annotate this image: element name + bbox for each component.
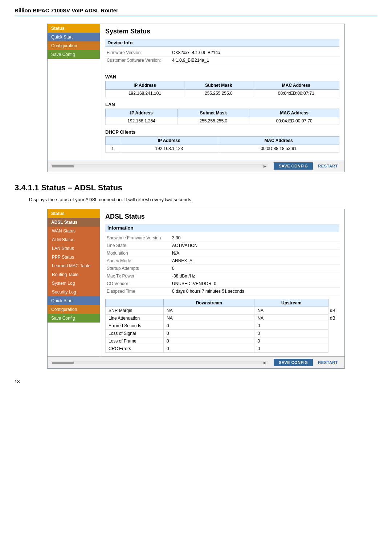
sidebar-item-configuration[interactable]: Configuration — [48, 41, 100, 50]
line-atten-label: Line Attenuation — [106, 315, 164, 322]
sidebar2-item-learned-mac[interactable]: Learned MAC Table — [48, 262, 100, 270]
wan-ip: 192.168.241.101 — [106, 90, 184, 97]
sidebar2-item-configuration[interactable]: Configuration — [48, 305, 100, 314]
customer-software-label: Customer Software Version: — [107, 58, 172, 63]
errored-sec-label: Errored Seconds — [106, 322, 164, 330]
firmware-value: CX82xxx_4.1.0.9_B214a — [172, 50, 220, 55]
line-atten-upstream: NA — [254, 315, 328, 322]
adsl-status-content: ADSL Status Information Showtime Firmwar… — [100, 209, 344, 356]
co-vendor-value: UNUSED_VENDOR_0 — [172, 281, 216, 286]
lan-col-mac: MAC Address — [249, 109, 339, 117]
sidebar-item-quickstart[interactable]: Quick Start — [48, 33, 100, 41]
snr-margin-unit: dB — [328, 307, 339, 315]
scroll-thumb-1 — [52, 165, 74, 167]
snr-margin-upstream: NA — [254, 307, 328, 315]
crc-upstream: 0 — [254, 345, 328, 353]
annex-mode-row: Annex Mode ANNEX_A — [105, 257, 339, 265]
los-upstream: 0 — [254, 330, 328, 337]
section-341-desc: Displays the status of your ADSL connect… — [29, 197, 377, 202]
sidebar-2: Status ADSL Status WAN Status ATM Status… — [48, 209, 100, 356]
snr-margin-row: SNR Margin NA NA dB — [106, 307, 339, 315]
annex-mode-label: Annex Mode — [107, 258, 172, 263]
modulation-label: Modulation — [107, 251, 172, 256]
restart-button-2[interactable]: RESTART — [315, 359, 341, 366]
sidebar2-item-saveconfig[interactable]: Save Config — [48, 314, 100, 323]
dhcp-mac: 00:0D:88:18:53:91 — [218, 145, 339, 153]
line-state-value: ACTIVATION — [172, 243, 197, 248]
dhcp-col-mac: MAC Address — [218, 137, 339, 145]
lof-label: Loss of Frame — [106, 337, 164, 345]
line-state-label: Line State — [107, 243, 172, 248]
dhcp-num: 1 — [106, 145, 120, 153]
sidebar-1: Status Quick Start Configuration Save Co… — [48, 24, 100, 160]
crc-unit — [328, 345, 339, 353]
showtime-fw-label: Showtime Firmware Version — [107, 235, 172, 240]
sidebar2-item-adsl-status[interactable]: ADSL Status — [48, 218, 100, 227]
sidebar2-item-status[interactable]: Status — [48, 209, 100, 218]
dhcp-col-ip: IP Address — [120, 137, 218, 145]
lan-subnet: 255.255.255.0 — [177, 117, 249, 125]
loss-of-frame-row: Loss of Frame 0 0 — [106, 337, 339, 345]
los-label: Loss of Signal — [106, 330, 164, 337]
wan-mac: 00:04:ED:00:07:71 — [253, 90, 339, 97]
wan-row: 192.168.241.101 255.255.255.0 00:04:ED:0… — [106, 90, 339, 97]
firmware-version-row: Firmware Version: CX82xxx_4.1.0.9_B214a — [105, 49, 339, 57]
scrollbar-1[interactable]: ▶ — [51, 165, 268, 167]
page-header: Billion BIPAC 7100SV VoIP ADSL Router — [15, 7, 377, 16]
firmware-label: Firmware Version: — [107, 50, 172, 55]
showtime-fw-row: Showtime Firmware Version 3.30 — [105, 234, 339, 242]
dsus-col-label — [106, 299, 164, 307]
errored-sec-downstream: 0 — [164, 322, 254, 330]
startup-attempts-label: Startup Attempts — [107, 266, 172, 271]
sidebar2-item-ppp-status[interactable]: PPP Status — [48, 253, 100, 262]
los-unit — [328, 330, 339, 337]
sidebar2-item-atm-status[interactable]: ATM Status — [48, 235, 100, 244]
scroll-arrow-2[interactable]: ▶ — [264, 361, 268, 365]
scroll-arrow-1[interactable]: ▶ — [264, 164, 268, 168]
errored-sec-unit — [328, 322, 339, 330]
scrollbar-2[interactable]: ▶ — [51, 361, 268, 364]
customer-software-row: Customer Software Version: 4.1.0.9_BiB21… — [105, 57, 339, 64]
elapsed-time-row: Elaspsed Time 0 days 0 hours 7 minutes 5… — [105, 288, 339, 295]
sidebar2-item-quickstart[interactable]: Quick Start — [48, 296, 100, 305]
max-tx-power-label: Max Tx Power — [107, 274, 172, 279]
wan-col-ip: IP Address — [106, 81, 184, 90]
restart-button-1[interactable]: RESTART — [315, 162, 341, 170]
lof-downstream: 0 — [164, 337, 254, 345]
line-atten-downstream: NA — [164, 315, 254, 322]
panel2-bottom-bar: ▶ SAVE CONFIG RESTART — [48, 356, 344, 368]
modulation-row: Modulation N/A — [105, 250, 339, 257]
crc-downstream: 0 — [164, 345, 254, 353]
lan-col-ip: IP Address — [106, 109, 177, 117]
sidebar2-item-lan-status[interactable]: LAN Status — [48, 244, 100, 253]
information-header: Information — [105, 224, 339, 232]
save-config-button-2[interactable]: SAVE CONFIG — [274, 359, 313, 366]
ds-us-table: Downstream Upstream SNR Margin NA NA dB — [105, 299, 339, 353]
wan-col-subnet: Subnet Mask — [184, 81, 253, 90]
errored-seconds-row: Errored Seconds 0 0 — [106, 322, 339, 330]
save-config-button-1[interactable]: SAVE CONFIG — [274, 162, 313, 170]
sidebar2-item-security-log[interactable]: Security Log — [48, 288, 100, 296]
co-vendor-label: CO Vendor — [107, 281, 172, 286]
sidebar-item-saveconfig[interactable]: Save Config — [48, 50, 100, 59]
lan-label: LAN — [105, 102, 339, 107]
errored-sec-upstream: 0 — [254, 322, 328, 330]
elapsed-time-value: 0 days 0 hours 7 minutes 51 seconds — [172, 289, 244, 294]
lan-ip: 192.168.1.254 — [106, 117, 177, 125]
lan-table: IP Address Subnet Mask MAC Address 192.1… — [105, 109, 339, 125]
line-attenuation-row: Line Attenuation NA NA dB — [106, 315, 339, 322]
system-status-content: System Status Device Info Firmware Versi… — [100, 24, 344, 160]
sidebar2-item-routing-table[interactable]: Routing Table — [48, 270, 100, 279]
sidebar-item-status[interactable]: Status — [48, 24, 100, 33]
dhcp-label: DHCP Clients — [105, 129, 339, 135]
wan-label: WAN — [105, 74, 339, 80]
wan-col-mac: MAC Address — [253, 81, 339, 90]
scroll-thumb-2 — [52, 362, 74, 364]
sidebar2-item-wan-status[interactable]: WAN Status — [48, 227, 100, 235]
section-341-title: 3.4.1.1 Status – ADSL Status — [15, 183, 377, 193]
dsus-col-downstream: Downstream — [164, 299, 254, 307]
lof-upstream: 0 — [254, 337, 328, 345]
max-tx-power-value: -38 dBm/Hz — [172, 274, 195, 279]
sidebar2-item-system-log[interactable]: System Log — [48, 279, 100, 288]
device-info-header: Device Info — [105, 39, 339, 47]
